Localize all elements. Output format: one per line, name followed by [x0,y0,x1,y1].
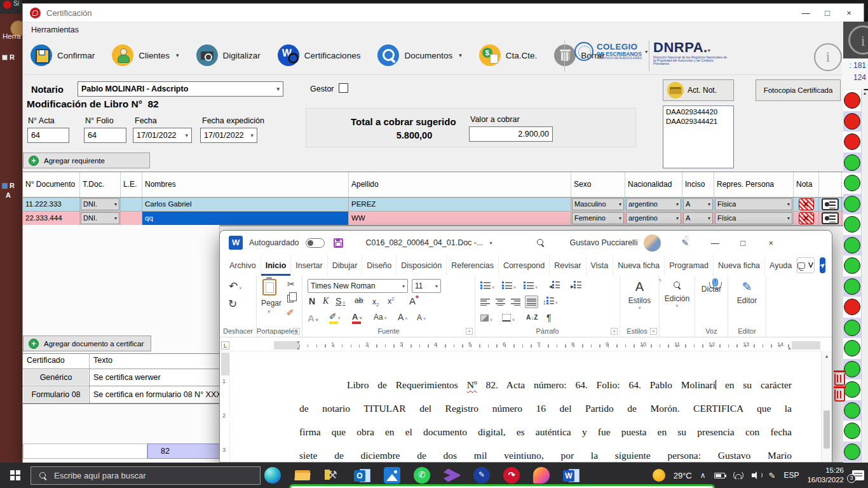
dictar-button[interactable]: Dictar [695,278,728,294]
minimize-button[interactable]: — [795,8,817,18]
vertical-ruler[interactable]: 123 [220,353,230,463]
status-green-light[interactable] [844,320,860,336]
maximize-button[interactable]: □ [817,8,838,18]
status-red-light[interactable] [844,113,860,130]
temperature[interactable]: 29°C [674,471,692,480]
status-scrollbar[interactable]: ▴ [861,90,868,463]
fecha-expedicion-select[interactable]: 17/01/2022▾ [200,128,257,143]
shrink-font-icon[interactable]: A˅ [417,313,426,322]
draw-sparkle-icon[interactable]: ✎✦ [681,238,689,248]
act-not-button[interactable]: Act. Not. [663,79,734,101]
doc-cell[interactable]: 11.222.333 [23,198,80,211]
subscript-icon[interactable]: x2 [372,297,379,308]
nac-dropdown[interactable]: argentino▾ [626,198,681,210]
inciso-dropdown[interactable]: A▾ [683,198,713,210]
certificacion-taskbar-icon[interactable]: ↷ [503,467,520,484]
italic-icon[interactable]: K [323,296,329,306]
close-button[interactable]: × [838,8,860,18]
status-green-light[interactable] [844,444,860,460]
justify-icon[interactable] [525,295,538,308]
tab-referencias[interactable]: Referencias [447,255,499,276]
agregar-requirente-button[interactable]: +Agregar requirente [23,152,150,168]
numbered-list-icon[interactable]: ˅ [502,281,516,291]
scrollbar-thumb[interactable] [824,410,830,449]
photos-icon[interactable] [384,467,400,484]
tab-archivo[interactable]: Archivo [225,255,261,276]
indent-marker-icon[interactable]: ▲ [787,346,792,350]
tdoc-dropdown[interactable]: DNI.▾ [81,198,119,210]
document-line[interactable]: firma que obra en el documento digital, … [299,426,792,438]
edge-icon[interactable] [264,467,281,484]
cut-icon[interactable]: ✂ [287,279,295,289]
align-center-icon[interactable] [496,297,505,308]
document-title[interactable]: C016_082_00064_04_01.Doc -... [366,238,484,247]
close-button[interactable]: × [760,238,782,248]
certificado-texto-cell[interactable]: Se certifica en formulario 08 N° XXX [90,386,220,403]
editor-button[interactable]: ✎ Editor [728,280,766,305]
delete-trash-icon[interactable] [834,374,845,386]
tab-diseño[interactable]: Diseño [362,255,397,276]
sexo-dropdown[interactable]: Masculino▾ [572,198,624,210]
file-explorer-icon[interactable] [294,467,311,484]
share-button[interactable]: ➤ [820,257,825,273]
whatsapp-icon[interactable]: ✆ [414,467,430,484]
tab-nueva-ficha[interactable]: Nueva ficha [714,255,765,276]
inciso-dropdown[interactable]: A▾ [683,212,713,224]
valor-cobrar-input[interactable]: 2.900,00 [469,126,553,142]
copy-icon[interactable] [287,295,294,302]
tools-app-icon[interactable]: ⚒ [324,467,341,484]
status-red-light[interactable] [844,133,860,150]
autosave-toggle[interactable] [306,238,325,248]
language-indicator[interactable]: ESP [783,471,799,480]
repres-dropdown[interactable]: Física▾ [715,212,792,224]
tray-chevron-icon[interactable]: ∧ [700,471,706,480]
bold-icon[interactable]: N [309,296,315,306]
search-icon[interactable] [536,238,545,247]
document-line[interactable]: de notario TITULAR del Registro número 1… [299,403,792,414]
toolbar-button-confirmar[interactable]: Confirmar [31,44,95,66]
colegio-escribanos-logo[interactable]: COLEGIO DE ESCRIBANOS PROVINCIA DE BUENO… [574,42,648,61]
font-name-select[interactable]: Times New Roman▾ [308,279,408,293]
status-green-light[interactable] [844,278,860,295]
wifi-icon[interactable] [733,472,743,479]
tab-ayuda[interactable]: Ayuda [765,255,797,276]
clock[interactable]: 15:26 16/03/2022 [807,466,844,485]
status-green-light[interactable] [844,175,860,191]
title-caret-icon[interactable]: ▾ [489,240,492,246]
status-red-light[interactable] [844,92,860,109]
nombres-cell[interactable]: Carlos Gabriel [142,198,349,211]
daa-list-item[interactable]: DAA029344420 [666,107,731,117]
tab-inicio[interactable]: Inicio [261,255,292,276]
tab-insertar[interactable]: Insertar [291,255,327,276]
battery-icon[interactable] [714,473,725,478]
info-icon[interactable]: i [814,43,842,71]
sort-icon[interactable]: A↓Z [526,314,538,321]
status-green-light[interactable] [844,381,860,398]
dnrpa-logo[interactable]: DNRPA.▾ Dirección Nacional de los Regist… [653,41,729,66]
undo-icon[interactable]: ↶˅ [229,280,241,293]
align-left-icon[interactable] [480,297,490,308]
horizontal-ruler[interactable]: ▼ ▲ ▲ 1234567891011121314 [220,340,821,351]
certificado-generico-button[interactable]: Genérico [23,369,90,386]
toolbar-button-clientes[interactable]: Clientes▾ [112,44,179,66]
dialog-launcher-icon[interactable]: ˅ [611,328,618,335]
fecha-select[interactable]: 17/01/2022▾ [133,128,192,143]
notifications-icon[interactable]: 3 [852,470,864,480]
status-green-light[interactable] [844,423,860,439]
certificado-texto-cell[interactable]: Se certifica werwer [90,369,220,386]
tab-vista[interactable]: Vista [587,255,614,276]
save-icon[interactable] [334,238,343,248]
nac-dropdown[interactable]: argentino▾ [626,212,681,224]
tdoc-dropdown[interactable]: DNI.▾ [81,212,119,224]
taskbar-search[interactable]: Escribe aquí para buscar [31,466,261,485]
nota-delete-icon[interactable] [799,198,814,210]
decrease-indent-icon[interactable]: ◂ [549,281,560,290]
superscript-icon[interactable]: x2 [388,296,394,306]
indent-marker-icon[interactable]: ▲ [296,346,301,350]
background-tree-item[interactable]: R [2,182,15,189]
background-tree-item[interactable]: R [2,53,15,61]
daa-list-item[interactable]: DAA029344421 [666,117,731,126]
document-scrollbar[interactable]: ▴ [821,351,832,463]
notario-select[interactable]: Pablo MOLINARI - Adscripto▾ [78,81,283,97]
certificado-formulario08-button[interactable]: Formulario 08 [23,386,90,403]
